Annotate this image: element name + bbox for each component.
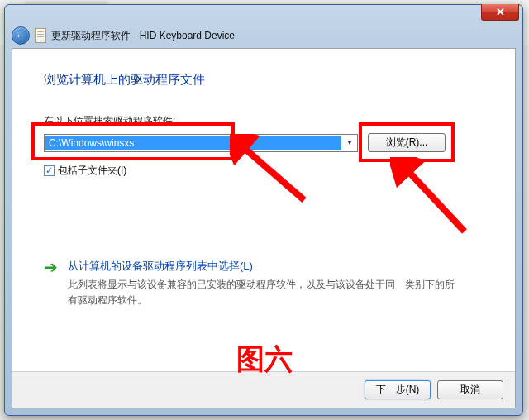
close-icon: ✕ — [496, 6, 505, 18]
breadcrumb: ← 更新驱动程序软件 - HID Keyboard Device — [12, 26, 516, 45]
page-title: 更新驱动程序软件 - HID Keyboard Device — [51, 29, 235, 43]
arrow-left-icon: ← — [16, 30, 26, 41]
include-subfolders-row: ✓ 包括子文件夹(I) — [44, 164, 484, 178]
content-panel: 浏览计算机上的驱动程序文件 在以下位置搜索驱动程序软件: ▼ 浏览(R)... … — [12, 48, 516, 408]
back-button[interactable]: ← — [12, 26, 30, 45]
pick-from-list-link[interactable]: 从计算机的设备驱动程序列表中选择(L) — [68, 259, 484, 274]
dropdown-arrow-icon[interactable]: ▼ — [342, 135, 357, 151]
close-button[interactable]: ✕ — [481, 4, 519, 21]
pick-from-list-section: ➔ 从计算机的设备驱动程序列表中选择(L) 此列表将显示与该设备兼容的已安装的驱… — [44, 259, 484, 308]
path-row: ▼ 浏览(R)... — [44, 133, 484, 152]
pick-from-list-description: 此列表将显示与该设备兼容的已安装的驱动程序软件，以及与该设备处于同一类别下的所有… — [68, 277, 456, 308]
include-subfolders-checkbox[interactable]: ✓ — [44, 165, 55, 176]
path-combobox[interactable]: ▼ — [44, 134, 358, 152]
content-inner: 浏览计算机上的驱动程序文件 在以下位置搜索驱动程序软件: ▼ 浏览(R)... … — [12, 49, 515, 308]
arrow-right-icon: ➔ — [44, 259, 58, 308]
search-label: 在以下位置搜索驱动程序软件: — [44, 114, 484, 128]
include-subfolders-label: 包括子文件夹(I) — [58, 164, 126, 178]
path-input[interactable] — [45, 136, 341, 150]
dialog-window: ✕ ← 更新驱动程序软件 - HID Keyboard Device 浏览计算机… — [4, 4, 523, 416]
titlebar: ✕ — [5, 5, 522, 23]
pick-from-list-body: 从计算机的设备驱动程序列表中选择(L) 此列表将显示与该设备兼容的已安装的驱动程… — [68, 259, 484, 308]
browse-button[interactable]: 浏览(R)... — [368, 133, 446, 152]
heading: 浏览计算机上的驱动程序文件 — [44, 72, 484, 88]
device-icon — [35, 28, 46, 43]
next-button[interactable]: 下一步(N) — [365, 380, 431, 399]
cancel-button[interactable]: 取消 — [437, 380, 503, 399]
footer: 下一步(N) 取消 — [12, 371, 515, 408]
